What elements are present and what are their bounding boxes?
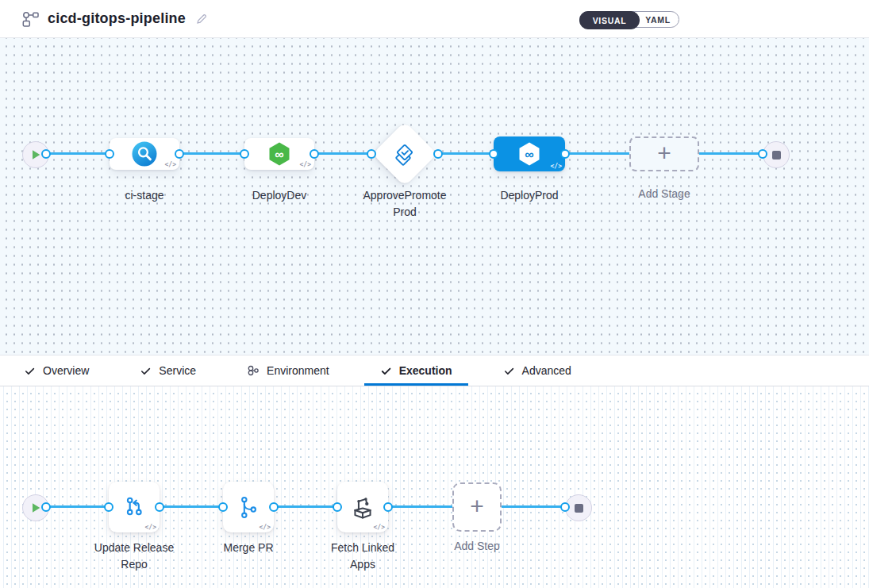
code-icon: </> bbox=[165, 161, 176, 168]
environment-icon bbox=[247, 364, 260, 377]
stop-icon bbox=[575, 504, 583, 513]
stage-node-approvepromoteprod[interactable] bbox=[372, 121, 437, 186]
code-icon: </> bbox=[300, 161, 311, 168]
connector-point[interactable] bbox=[105, 149, 114, 159]
header: cicd-gitops-pipeline VISUAL YAML bbox=[0, 0, 869, 38]
tab-label: Environment bbox=[267, 364, 329, 377]
tab-label: Advanced bbox=[522, 364, 571, 377]
infinity-glyph: ∞ bbox=[275, 148, 283, 161]
tab-execution[interactable]: Execution bbox=[364, 355, 468, 386]
update-release-repo-icon bbox=[121, 494, 148, 521]
tab-service[interactable]: Service bbox=[124, 355, 212, 386]
edit-pencil-icon[interactable] bbox=[195, 13, 208, 25]
connector-point[interactable] bbox=[41, 502, 51, 512]
connector-point[interactable] bbox=[383, 502, 393, 512]
stage-label: ci-stage bbox=[105, 187, 184, 204]
tab-environment[interactable]: Environment bbox=[231, 355, 345, 386]
connector-point[interactable] bbox=[489, 149, 498, 159]
stage-node-deployprod[interactable]: ∞ </> bbox=[494, 136, 565, 171]
step-label: Merge PR bbox=[205, 540, 292, 556]
connector-point[interactable] bbox=[104, 502, 113, 512]
visual-yaml-toggle: VISUAL YAML bbox=[579, 11, 679, 28]
step-node-fetch-linked-apps[interactable]: </> bbox=[337, 482, 388, 532]
connector-point[interactable] bbox=[41, 149, 51, 159]
tab-label: Overview bbox=[43, 364, 89, 377]
plus-icon: + bbox=[657, 143, 671, 163]
tab-overview[interactable]: Overview bbox=[8, 355, 105, 386]
connector-point[interactable] bbox=[218, 502, 228, 512]
cd-hexagon-icon: ∞ bbox=[517, 141, 542, 167]
plus-icon: + bbox=[470, 496, 484, 517]
stage-label: DeployDev bbox=[236, 187, 323, 204]
step-node-update-release-repo[interactable]: </> bbox=[109, 482, 160, 532]
infinity-glyph: ∞ bbox=[525, 148, 533, 161]
code-icon: </> bbox=[551, 163, 562, 170]
connector-point[interactable] bbox=[240, 149, 249, 159]
tab-label: Service bbox=[159, 364, 196, 377]
play-icon bbox=[31, 149, 41, 160]
fetch-linked-apps-icon bbox=[348, 493, 377, 521]
code-icon: </> bbox=[145, 524, 156, 531]
connector-point[interactable] bbox=[175, 149, 184, 159]
toggle-visual-button[interactable]: VISUAL bbox=[579, 11, 640, 29]
step-label: Fetch Linked Apps bbox=[323, 540, 402, 573]
code-icon: </> bbox=[260, 524, 271, 531]
stop-icon bbox=[772, 151, 781, 159]
check-icon bbox=[503, 365, 515, 377]
tab-advanced[interactable]: Advanced bbox=[487, 355, 587, 386]
pipeline-title: cicd-gitops-pipeline bbox=[48, 10, 186, 27]
pipeline-studio: cicd-gitops-pipeline VISUAL YAML bbox=[0, 0, 869, 588]
play-icon bbox=[31, 502, 41, 513]
connector-point[interactable] bbox=[333, 502, 342, 512]
tab-label: Execution bbox=[399, 364, 452, 377]
toggle-yaml-button[interactable]: YAML bbox=[637, 12, 679, 27]
stage-label: DeployProd bbox=[486, 187, 573, 204]
connector-point[interactable] bbox=[269, 502, 279, 512]
stage-label: ApprovePromoteProd bbox=[361, 187, 448, 221]
connector-point[interactable] bbox=[758, 149, 767, 159]
add-step-label: Add Step bbox=[437, 538, 517, 555]
stage-canvas[interactable]: </> ∞ </> bbox=[0, 38, 869, 355]
connector-point[interactable] bbox=[560, 502, 570, 512]
step-label: Update Release Repo bbox=[87, 540, 182, 573]
add-step-button[interactable]: + bbox=[452, 482, 502, 532]
add-stage-button[interactable]: + bbox=[629, 136, 699, 171]
connector-point[interactable] bbox=[560, 149, 570, 159]
check-icon bbox=[140, 365, 152, 377]
connector-point[interactable] bbox=[155, 502, 164, 512]
ci-circle-icon bbox=[132, 141, 157, 167]
step-node-merge-pr[interactable]: </> bbox=[223, 482, 274, 532]
add-stage-label: Add Stage bbox=[621, 186, 708, 202]
stage-tab-bar: Overview Service Environment Execution A… bbox=[0, 355, 869, 386]
approval-diamond-icon bbox=[393, 142, 417, 166]
check-icon bbox=[24, 365, 36, 377]
stage-node-ci-stage[interactable]: </> bbox=[110, 138, 179, 170]
pipeline-icon bbox=[21, 10, 39, 28]
stage-node-deploydev[interactable]: ∞ </> bbox=[244, 138, 314, 170]
code-icon: </> bbox=[374, 524, 385, 531]
connector-point[interactable] bbox=[433, 149, 443, 159]
check-icon bbox=[380, 365, 392, 377]
merge-pr-icon bbox=[236, 494, 262, 521]
cd-hexagon-icon: ∞ bbox=[267, 141, 292, 167]
connector-point[interactable] bbox=[310, 149, 319, 159]
connector-point[interactable] bbox=[367, 149, 376, 159]
execution-canvas[interactable]: </> </> bbox=[0, 386, 869, 588]
